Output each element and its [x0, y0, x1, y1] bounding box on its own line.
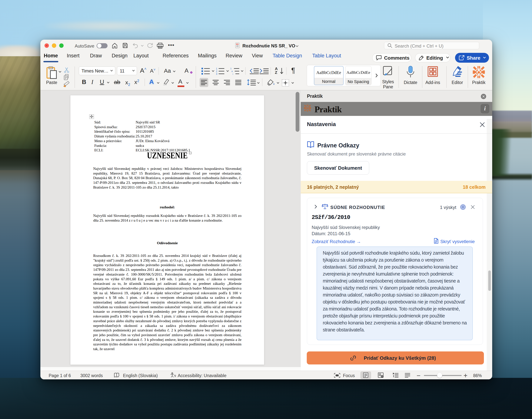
svg-text:1: 1 — [230, 67, 231, 70]
svg-text:i: i — [233, 73, 233, 75]
svg-text:a: a — [231, 70, 233, 72]
svg-text:2: 2 — [216, 70, 217, 73]
svg-text:1: 1 — [216, 67, 217, 70]
svg-text:3: 3 — [216, 73, 217, 75]
